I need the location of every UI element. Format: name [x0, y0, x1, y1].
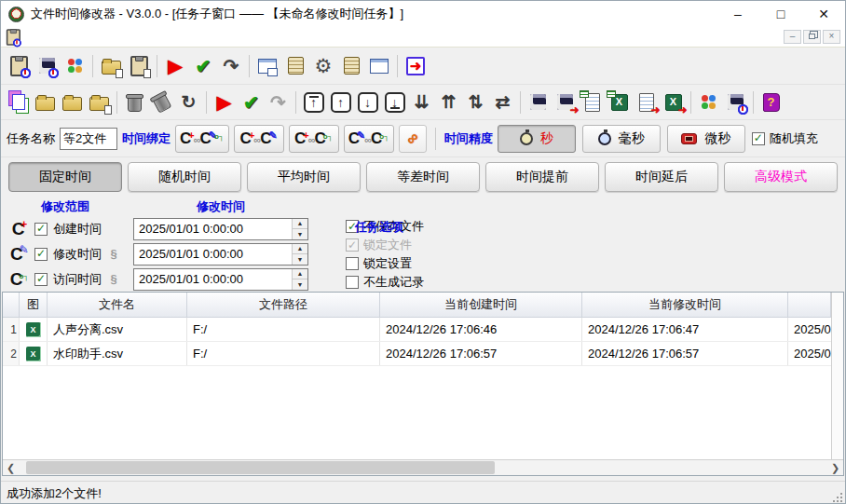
minimize-button[interactable]: –	[716, 1, 759, 27]
run-task2-button[interactable]: ▶	[211, 89, 238, 116]
move-bottom-button[interactable]: ↓	[381, 89, 408, 116]
spin-down-icon[interactable]: ▼	[293, 279, 307, 290]
tab-固定时间[interactable]: 固定时间	[8, 162, 122, 192]
new-task-button[interactable]	[5, 52, 33, 80]
move-up-button[interactable]: ↑	[327, 89, 354, 116]
spinner-buttons[interactable]: ▲▼	[292, 244, 307, 265]
spin-up-icon[interactable]: ▲	[293, 244, 307, 255]
remove-file-button[interactable]	[121, 89, 148, 116]
export-doc-button[interactable]: ➜	[633, 89, 660, 116]
sort-desc-button[interactable]: ⇊	[408, 89, 435, 116]
apply-task-button[interactable]: ✔	[189, 52, 217, 80]
gear-icon: ⚙	[312, 55, 334, 77]
no-record-option[interactable]: 不生成记录	[346, 273, 424, 292]
no-record-checkbox[interactable]	[346, 276, 359, 289]
horizontal-scrollbar[interactable]: ❮ ❯	[3, 459, 843, 475]
save-list-button[interactable]	[525, 89, 552, 116]
tab-随机时间[interactable]: 随机时间	[128, 162, 241, 192]
notes-button[interactable]	[281, 52, 309, 80]
modify-time-datetime-input[interactable]: 2025/01/01 0:00:00▲▼	[133, 243, 308, 266]
import-excel-button[interactable]	[606, 89, 633, 116]
save-task-as-button[interactable]	[125, 52, 153, 80]
add-folder-button[interactable]	[32, 89, 59, 116]
about-button[interactable]	[365, 52, 393, 80]
mdi-close-button[interactable]: ×	[823, 30, 840, 44]
bind-create-modify-access-button[interactable]: C+∞C✎o┐	[175, 125, 229, 153]
exit-button[interactable]: ➜	[402, 52, 430, 80]
vertical-scrollbar[interactable]	[831, 293, 843, 459]
spin-down-icon[interactable]: ▼	[293, 229, 307, 239]
plugins-button[interactable]	[61, 52, 89, 80]
column-header-4[interactable]: 当前创建时间	[380, 293, 582, 317]
column-header-3[interactable]: 文件路径	[187, 293, 380, 317]
access-time-datetime-input[interactable]: 2025/01/01 0:00:00▲▼	[133, 268, 308, 291]
shuffle-button[interactable]: ⇄	[489, 89, 516, 116]
spinner-buttons[interactable]: ▲▼	[292, 269, 307, 290]
create-time-checkbox[interactable]	[34, 223, 48, 236]
new-window-button[interactable]	[253, 52, 281, 80]
move-top-button[interactable]: ↑	[300, 89, 327, 116]
settings-button[interactable]: ⚙	[309, 52, 337, 80]
spinner-buttons[interactable]: ▲▼	[292, 219, 307, 239]
tab-等差时间[interactable]: 等差时间	[366, 162, 480, 192]
scroll-right-arrow[interactable]: ❯	[827, 460, 843, 475]
sort-invert-button[interactable]: ⇅	[462, 89, 489, 116]
add-folder-files-button[interactable]	[86, 89, 113, 116]
tab-平均时间[interactable]: 平均时间	[247, 162, 361, 192]
add-folder-recursive-button[interactable]	[59, 89, 86, 116]
table-row[interactable]: 1X人声分离.csvF:/2024/12/26 17:06:462024/12/…	[3, 318, 831, 342]
run-task-button[interactable]: ▶	[161, 52, 189, 80]
random-fill-option[interactable]: 随机填充	[752, 130, 818, 147]
precision-秒-button[interactable]: 秒	[498, 125, 576, 153]
help-button[interactable]	[757, 89, 785, 116]
mdi-restore-button[interactable]	[803, 30, 821, 44]
refresh-list-button[interactable]: ↻	[175, 89, 202, 116]
access-time-checkbox[interactable]	[34, 273, 48, 286]
precision-微秒-button[interactable]: 微秒	[667, 125, 745, 153]
undo-task-button[interactable]: ↷	[217, 52, 245, 80]
task-window-icon[interactable]	[4, 28, 22, 47]
column-header-1[interactable]: 图	[20, 293, 48, 317]
scroll-left-arrow[interactable]: ❮	[3, 460, 19, 475]
scrollbar-thumb[interactable]	[26, 461, 495, 474]
tab-时间提前[interactable]: 时间提前	[485, 162, 599, 192]
precision-毫秒-button[interactable]: 毫秒	[582, 125, 661, 153]
mdi-minimize-button[interactable]: –	[784, 30, 801, 44]
open-task-button[interactable]	[97, 52, 125, 80]
bind-create-access-button[interactable]: C+∞Co┐	[289, 125, 339, 153]
random-fill-checkbox[interactable]	[752, 132, 765, 145]
task-name-input[interactable]	[60, 128, 117, 150]
create-time-datetime-input[interactable]: 2025/01/01 0:00:00▲▼	[133, 218, 308, 240]
save-task-button[interactable]	[33, 52, 61, 80]
save-time-button[interactable]	[722, 89, 749, 116]
maximize-button[interactable]: □	[759, 1, 802, 27]
bind-create-modify-button[interactable]: C+∞C✎	[234, 125, 284, 153]
lock-settings-option[interactable]: 锁定设置	[346, 254, 424, 273]
spin-down-icon[interactable]: ▼	[293, 254, 307, 265]
move-down-button[interactable]: ↓	[354, 89, 381, 116]
undo-task2-button[interactable]: ↷	[265, 89, 292, 116]
apply-task2-button[interactable]: ✔	[238, 89, 265, 116]
clear-list-button[interactable]	[148, 89, 175, 116]
log-button[interactable]	[337, 52, 365, 80]
close-button[interactable]: ✕	[802, 1, 845, 27]
resize-grip[interactable]	[832, 492, 843, 503]
import-doc-button[interactable]	[579, 89, 606, 116]
lock-settings-checkbox[interactable]	[346, 257, 359, 270]
export-excel-button[interactable]: ➜	[660, 89, 687, 116]
save-list-as-button[interactable]: ➜	[552, 89, 579, 116]
add-files-button[interactable]	[5, 89, 32, 116]
sort-asc-button[interactable]: ⇈	[435, 89, 462, 116]
tab-时间延后[interactable]: 时间延后	[605, 162, 718, 192]
table-row[interactable]: 2X水印助手.csvF:/2024/12/26 17:06:572024/12/…	[3, 342, 831, 366]
modify-time-checkbox[interactable]	[34, 248, 48, 261]
spin-up-icon[interactable]: ▲	[293, 219, 307, 230]
tab-高级模式[interactable]: 高级模式	[724, 162, 838, 192]
column-header-5[interactable]: 当前修改时间	[582, 293, 788, 317]
plugins2-button[interactable]	[695, 89, 722, 116]
column-header-6[interactable]	[788, 293, 831, 317]
column-header-2[interactable]: 文件名	[48, 293, 187, 317]
bind-modify-access-button[interactable]: C✎∞Co┐	[344, 125, 394, 153]
spin-up-icon[interactable]: ▲	[293, 269, 307, 280]
unbind-button[interactable]: ∞	[399, 125, 427, 153]
